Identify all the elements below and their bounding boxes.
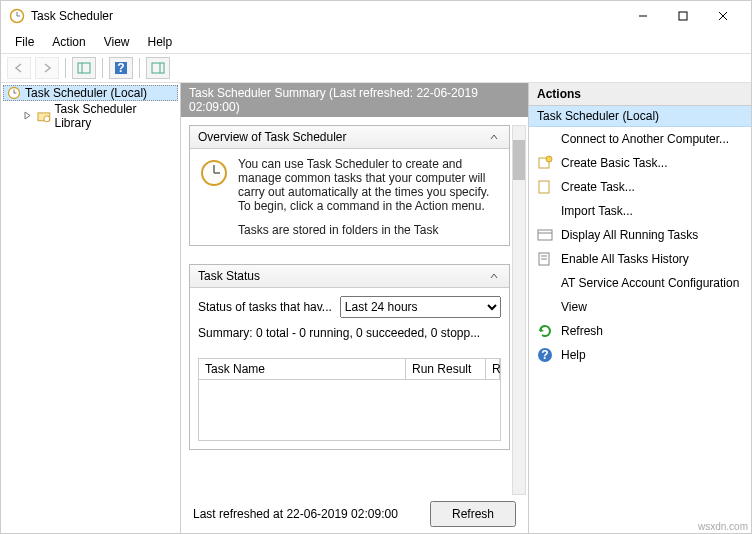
- history-icon: [537, 251, 553, 267]
- svg-text:?: ?: [541, 348, 548, 362]
- actions-header: Actions: [529, 83, 751, 106]
- action-label: Create Task...: [561, 180, 635, 194]
- app-icon: [9, 8, 25, 24]
- action-label: Enable All Tasks History: [561, 252, 689, 266]
- action-label: Display All Running Tasks: [561, 228, 698, 242]
- status-period-select[interactable]: Last 24 hours: [340, 296, 501, 318]
- toolbar-help-button[interactable]: ?: [109, 57, 133, 79]
- action-help[interactable]: ? Help: [529, 343, 751, 367]
- overview-title: Overview of Task Scheduler: [198, 130, 347, 144]
- overview-header[interactable]: Overview of Task Scheduler: [190, 126, 509, 149]
- task-scheduler-window: Task Scheduler File Action View Help ? T…: [0, 0, 752, 534]
- action-create-basic[interactable]: Create Basic Task...: [529, 151, 751, 175]
- action-label: Connect to Another Computer...: [561, 132, 729, 146]
- scroll-thumb[interactable]: [513, 140, 525, 180]
- action-enable-history[interactable]: Enable All Tasks History: [529, 247, 751, 271]
- status-filter-row: Status of tasks that hav... Last 24 hour…: [198, 296, 501, 318]
- action-create-task[interactable]: Create Task...: [529, 175, 751, 199]
- tree-node-library[interactable]: Task Scheduler Library: [19, 101, 178, 131]
- back-button[interactable]: [7, 57, 31, 79]
- maximize-button[interactable]: [663, 4, 703, 28]
- running-icon: [537, 227, 553, 243]
- scrollbar[interactable]: [512, 125, 526, 495]
- toolbar-separator: [139, 58, 140, 78]
- task-status-body: Status of tasks that hav... Last 24 hour…: [190, 288, 509, 449]
- action-label: View: [561, 300, 587, 314]
- svg-rect-23: [539, 181, 549, 193]
- svg-point-22: [546, 156, 552, 162]
- col-run-result[interactable]: Run Result: [406, 359, 486, 379]
- action-import[interactable]: Import Task...: [529, 199, 751, 223]
- action-view[interactable]: View: [529, 295, 751, 319]
- watermark: wsxdn.com: [698, 521, 748, 532]
- main-body: Task Scheduler (Local) Task Scheduler Li…: [1, 83, 751, 533]
- action-label: Import Task...: [561, 204, 633, 218]
- col-r[interactable]: R: [486, 359, 500, 379]
- toolbar-panel-button[interactable]: [72, 57, 96, 79]
- grid-header: Task Name Run Result R: [199, 359, 500, 380]
- action-label: Help: [561, 348, 586, 362]
- task-status-header[interactable]: Task Status: [190, 265, 509, 288]
- clock-icon: [7, 86, 21, 100]
- action-label: Create Basic Task...: [561, 156, 668, 170]
- menu-help[interactable]: Help: [140, 33, 181, 51]
- action-connect[interactable]: Connect to Another Computer...: [529, 127, 751, 151]
- overview-text: You can use Task Scheduler to create and…: [238, 157, 501, 213]
- task-status-panel: Task Status Status of tasks that hav... …: [189, 264, 510, 450]
- connect-icon: [537, 131, 553, 147]
- task-icon: [537, 179, 553, 195]
- task-grid: Task Name Run Result R: [198, 358, 501, 441]
- refresh-button[interactable]: Refresh: [430, 501, 516, 527]
- toolbar: ?: [1, 53, 751, 83]
- footer: Last refreshed at 22-06-2019 02:09:00 Re…: [181, 495, 528, 533]
- action-display-running[interactable]: Display All Running Tasks: [529, 223, 751, 247]
- menu-file[interactable]: File: [7, 33, 42, 51]
- svg-rect-24: [538, 230, 552, 240]
- svg-text:?: ?: [117, 61, 124, 75]
- titlebar: Task Scheduler: [1, 1, 751, 31]
- toolbar-layout-button[interactable]: [146, 57, 170, 79]
- chevron-up-icon[interactable]: [487, 269, 501, 283]
- folder-clock-icon: [37, 109, 51, 123]
- menu-action[interactable]: Action: [44, 33, 93, 51]
- task-status-title: Task Status: [198, 269, 260, 283]
- forward-button[interactable]: [35, 57, 59, 79]
- expand-icon[interactable]: [23, 109, 33, 123]
- close-button[interactable]: [703, 4, 743, 28]
- config-icon: [537, 275, 553, 291]
- last-refreshed-label: Last refreshed at 22-06-2019 02:09:00: [193, 507, 398, 521]
- menu-view[interactable]: View: [96, 33, 138, 51]
- actions-pane: Actions Task Scheduler (Local) Connect t…: [529, 83, 751, 533]
- toolbar-separator: [65, 58, 66, 78]
- chevron-up-icon[interactable]: [487, 130, 501, 144]
- status-label: Status of tasks that hav...: [198, 300, 332, 314]
- actions-group: Task Scheduler (Local): [529, 106, 751, 127]
- action-label: Refresh: [561, 324, 603, 338]
- overview-body: You can use Task Scheduler to create and…: [190, 149, 509, 245]
- col-task-name[interactable]: Task Name: [199, 359, 406, 379]
- toolbar-separator: [102, 58, 103, 78]
- clock-icon: [200, 159, 228, 187]
- window-title: Task Scheduler: [31, 9, 623, 23]
- summary-header: Task Scheduler Summary (Last refreshed: …: [181, 83, 528, 117]
- action-label: AT Service Account Configuration: [561, 276, 739, 290]
- grid-body: [199, 380, 500, 440]
- svg-rect-11: [152, 63, 164, 73]
- overview-panel: Overview of Task Scheduler You can use T…: [189, 125, 510, 246]
- help-icon: ?: [537, 347, 553, 363]
- tree-pane: Task Scheduler (Local) Task Scheduler Li…: [1, 83, 181, 533]
- action-at-service[interactable]: AT Service Account Configuration: [529, 271, 751, 295]
- svg-point-17: [44, 116, 50, 122]
- tree-label-root: Task Scheduler (Local): [25, 86, 147, 100]
- center-content: Overview of Task Scheduler You can use T…: [181, 117, 528, 495]
- center-pane: Task Scheduler Summary (Last refreshed: …: [181, 83, 529, 533]
- action-refresh[interactable]: Refresh: [529, 319, 751, 343]
- wizard-icon: [537, 155, 553, 171]
- tree-label-library: Task Scheduler Library: [55, 102, 175, 130]
- minimize-button[interactable]: [623, 4, 663, 28]
- tree-node-root[interactable]: Task Scheduler (Local): [3, 85, 178, 101]
- view-icon: [537, 299, 553, 315]
- svg-rect-7: [78, 63, 90, 73]
- svg-rect-4: [679, 12, 687, 20]
- import-icon: [537, 203, 553, 219]
